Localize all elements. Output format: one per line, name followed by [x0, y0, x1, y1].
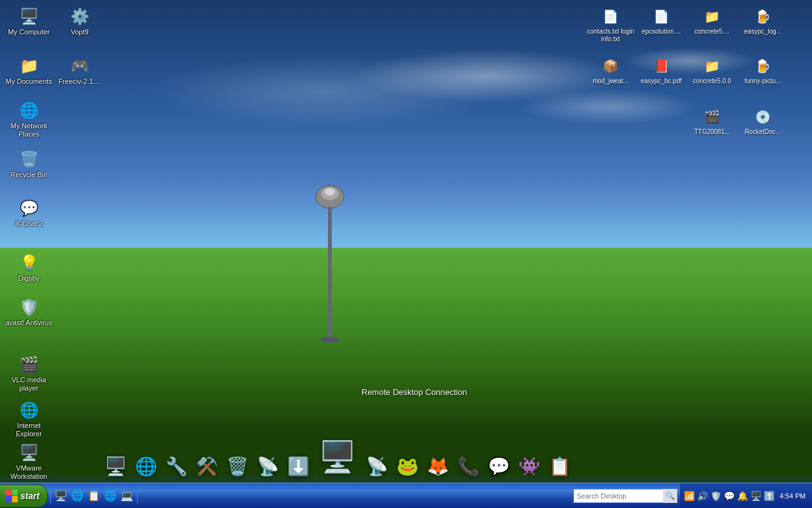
- dock-icon-skype[interactable]: 📞 Skype: [454, 452, 482, 480]
- dock-icon-chat[interactable]: 💬 Chat: [485, 452, 513, 480]
- clock: 4:54 PM: [777, 492, 808, 500]
- vopt9-label: Vopt9: [70, 28, 88, 36]
- concrete5-label: concrete5....: [695, 28, 730, 36]
- desktop-icon-my-network-places[interactable]: 🌐 My Network Places: [5, 100, 53, 138]
- xchat2-label: X-Chat 2: [15, 220, 43, 228]
- contacts-txt-icon: 📄: [601, 6, 621, 27]
- my-network-places-icon: 🌐: [19, 100, 39, 121]
- desktop-icon-contacts-txt[interactable]: 📄 contacts.txt login info.txt: [587, 6, 634, 43]
- desktop-icon-vmware[interactable]: 🖥️ VMware Workstation: [5, 443, 53, 481]
- desktop-icon-vlc[interactable]: 🎬 VLC media player: [5, 354, 53, 392]
- desktop-icon-easypc-bc-pdf[interactable]: 📕 easypc_bc.pdf: [638, 56, 685, 85]
- desktop-icon-my-computer[interactable]: 🖥️ My Computer: [5, 6, 53, 36]
- dock-icon-tools[interactable]: 🔧 Tools: [162, 452, 190, 480]
- search-input[interactable]: [574, 492, 663, 500]
- tray-updates[interactable]: 🔔: [737, 491, 748, 501]
- dock-icon-alien[interactable]: 👾 Alien: [515, 452, 543, 480]
- svg-rect-3: [328, 206, 332, 340]
- concrete5-icon: 📁: [702, 6, 723, 27]
- rocketdoc-label: RocketDoc...: [745, 128, 781, 136]
- dock-icon-finder[interactable]: 🖥️ Finder: [102, 452, 129, 480]
- ql-icon-show-desktop[interactable]: 🖥️: [53, 488, 69, 504]
- desktop-icon-ie[interactable]: 🌐 Internet Explorer: [5, 400, 53, 438]
- xchat2-icon: 💬: [19, 198, 39, 218]
- dock-icon-build[interactable]: ⚒️ Build: [193, 452, 221, 480]
- desktop-icon-freeciv[interactable]: 🎮 Freeciv-2.1....: [56, 56, 103, 86]
- taskbar: start 🖥️ 🌐 📋 🌐 💻 🔍 📶 🔊 🛡️ 💬 🔔 🖥️ ⬆️: [0, 483, 812, 508]
- ql-icon-browser2[interactable]: 🌐: [103, 488, 118, 504]
- desktop-icon-funny-pict[interactable]: 🍺 funny-pictu...: [739, 56, 787, 85]
- desktop-icon-xchat2[interactable]: 💬 X-Chat 2: [5, 198, 53, 228]
- easypc-log-icon: 🍺: [753, 6, 773, 27]
- recycle-bin-label: Recycle Bin: [10, 171, 47, 179]
- taskman-dock-icon: 📋: [546, 452, 573, 480]
- remote-desktop-label: Remote Desktop Connection: [362, 387, 467, 397]
- desktop-icon-concrete5[interactable]: 📁 concrete5....: [688, 6, 736, 36]
- mod-jweat-icon: 📦: [601, 56, 621, 76]
- ie-label: Internet Explorer: [5, 422, 53, 438]
- dock-icon-remote-desktop[interactable]: 🖥️ Remote Desktop Connection: [315, 434, 360, 480]
- freeciv-icon: 🎮: [70, 56, 90, 76]
- tray-display[interactable]: 🖥️: [750, 491, 761, 501]
- vmware-icon: 🖥️: [19, 443, 39, 463]
- tray-security[interactable]: 🛡️: [710, 491, 721, 501]
- tray-sync[interactable]: ⬆️: [764, 491, 775, 501]
- vlc-icon: 🎬: [19, 354, 39, 375]
- desktop-icon-mod-jweat[interactable]: 📦 mod_jweat...: [587, 56, 634, 85]
- dock-icon-satellite[interactable]: 📡 Satellite: [363, 452, 391, 480]
- dock-icon-trash[interactable]: 🗑️ Recycle Bin: [223, 452, 251, 480]
- frogger-dock-icon: 🐸: [393, 452, 421, 480]
- digsby-label: Digsby: [18, 274, 40, 283]
- dock-icon-rss[interactable]: 📡 RSS: [254, 452, 282, 480]
- desktop-icon-vopt9[interactable]: ⚙️ Vopt9: [56, 6, 103, 36]
- mod-jweat-label: mod_jweat...: [593, 77, 629, 85]
- my-documents-label: My Documents: [6, 77, 52, 86]
- tray-chat[interactable]: 💬: [724, 491, 735, 501]
- chat-dock-icon: 💬: [485, 452, 513, 480]
- start-logo: [5, 490, 18, 502]
- dock-icon-browser[interactable]: 🌐 Browser: [132, 452, 160, 480]
- dock-icon-frogger[interactable]: 🐸 Frogger: [393, 452, 421, 480]
- svg-point-4: [320, 337, 339, 343]
- tray-network[interactable]: 📶: [684, 491, 695, 501]
- start-button[interactable]: start: [0, 485, 48, 507]
- ttg-icon: 🎬: [702, 107, 723, 127]
- desktop-icon-easypc-log[interactable]: 🍺 easypc_log...: [739, 6, 787, 36]
- desktop-icon-concrete5-0[interactable]: 📁 concrete5.0.0: [688, 56, 736, 85]
- satellite-dock-icon: 📡: [363, 452, 391, 480]
- remote-desktop-dock-icon: 🖥️: [315, 434, 360, 480]
- vopt9-icon: ⚙️: [70, 6, 90, 27]
- desktop-icon-epcsolution[interactable]: 📄 epcsolution....: [638, 6, 685, 36]
- desktop-icon-my-documents[interactable]: 📁 My Documents: [5, 56, 53, 86]
- my-computer-icon: 🖥️: [19, 6, 39, 27]
- dock-icon-firefox[interactable]: 🦊 Firefox: [424, 452, 452, 480]
- quick-launch: 🖥️ 🌐 📋 🌐 💻: [50, 488, 138, 504]
- easypc-bc-pdf-label: easypc_bc.pdf: [641, 77, 682, 85]
- tray-volume[interactable]: 🔊: [697, 491, 708, 501]
- search-button[interactable]: 🔍: [663, 489, 677, 503]
- tools-dock-icon: 🔧: [162, 452, 190, 480]
- dock-icon-taskman[interactable]: 📋 Task Manager: [546, 452, 573, 480]
- desktop-icon-avast[interactable]: 🛡️ avast! Antivirus: [5, 297, 53, 327]
- ie-icon: 🌐: [19, 400, 39, 420]
- skype-dock-icon: 📞: [454, 452, 482, 480]
- svg-point-1: [321, 187, 339, 200]
- desktop-icon-digsby[interactable]: 💡 Digsby: [5, 253, 53, 283]
- concrete5-0-label: concrete5.0.0: [693, 77, 731, 85]
- taskbar-items: [138, 483, 571, 508]
- ql-icon-ie[interactable]: 🌐: [70, 488, 85, 504]
- desktop-icon-ttg[interactable]: 🎬 TTG20081...: [688, 107, 736, 136]
- svg-point-0: [316, 185, 344, 208]
- my-network-places-label: My Network Places: [5, 122, 53, 138]
- desktop-icon-recycle-bin[interactable]: 🗑️ Recycle Bin: [5, 149, 53, 179]
- search-box[interactable]: 🔍: [573, 489, 678, 503]
- ql-icon-misc[interactable]: 💻: [119, 488, 134, 504]
- dock-icon-torrent[interactable]: ⬇️ μTorrent: [284, 452, 312, 480]
- vlc-label: VLC media player: [5, 376, 53, 392]
- my-documents-icon: 📁: [19, 56, 39, 76]
- finder-dock-icon: 🖥️: [102, 452, 129, 480]
- dock: 🖥️ Finder 🌐 Browser 🔧 Tools ⚒️ Build 🗑️ …: [102, 434, 573, 480]
- concrete5-0-icon: 📁: [702, 56, 723, 76]
- desktop-icon-rocketdoc[interactable]: 💿 RocketDoc...: [739, 107, 787, 136]
- ql-icon-outlook[interactable]: 📋: [86, 488, 102, 504]
